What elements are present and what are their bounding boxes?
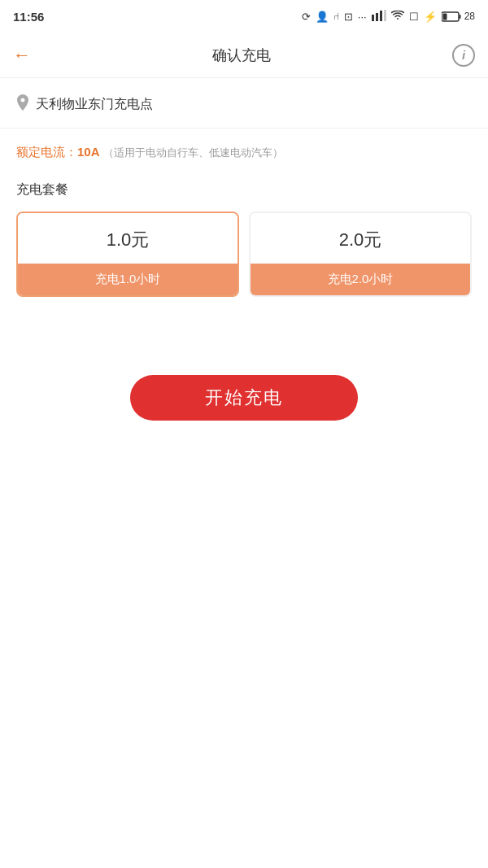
more-icon: ··· [358, 11, 367, 23]
current-info-section: 额定电流：10A（适用于电动自行车、低速电动汽车） [0, 129, 488, 168]
nav-bar: ← 确认充电 i [0, 33, 488, 78]
package-card-2[interactable]: 2.0元 充电2.0小时 [249, 212, 472, 297]
package-duration-1: 充电1.0小时 [18, 264, 237, 295]
start-btn-container: 开始充电 [0, 375, 488, 421]
page-title: 确认充电 [212, 46, 271, 65]
status-icons: ⟳ 👤 ⑁ ⊡ ··· ☐ ⚡ [302, 10, 475, 24]
person-icon: 👤 [316, 11, 329, 23]
package-title: 充电套餐 [16, 181, 472, 198]
screen-icon: ☐ [409, 11, 419, 23]
location-row: 天利物业东门充电点 [0, 78, 488, 129]
restaurant-icon: ⑁ [333, 11, 339, 22]
battery-icon: 28 [442, 11, 475, 22]
svg-rect-5 [459, 15, 460, 19]
package-price-2: 2.0元 [251, 213, 470, 264]
svg-rect-3 [384, 10, 386, 21]
package-card-1[interactable]: 1.0元 充电1.0小时 [16, 212, 239, 297]
info-button[interactable]: i [452, 44, 475, 67]
svg-rect-2 [380, 11, 382, 21]
location-icon [16, 94, 29, 115]
svg-rect-0 [372, 15, 374, 21]
flash-icon: ⚡ [424, 11, 437, 23]
status-bar: 11:56 ⟳ 👤 ⑁ ⊡ ··· ☐ [0, 0, 488, 33]
svg-rect-1 [376, 13, 378, 21]
package-section: 充电套餐 1.0元 充电1.0小时 2.0元 充电2.0小时 [0, 168, 488, 310]
back-button[interactable]: ← [13, 45, 31, 66]
start-charge-button[interactable]: 开始充电 [130, 375, 358, 421]
camera-icon: ⊡ [344, 11, 353, 23]
current-note: （适用于电动自行车、低速电动汽车） [103, 146, 283, 159]
location-name: 天利物业东门充电点 [36, 96, 153, 113]
package-price-1: 1.0元 [18, 213, 237, 264]
package-duration-2: 充电2.0小时 [251, 264, 470, 295]
svg-rect-6 [442, 13, 447, 20]
status-time: 11:56 [13, 10, 44, 24]
wifi-icon [391, 11, 404, 23]
sim-icon [372, 10, 386, 24]
current-value: 10A [77, 145, 100, 159]
loop-icon: ⟳ [302, 11, 311, 23]
current-label: 额定电流： [16, 145, 77, 159]
package-grid: 1.0元 充电1.0小时 2.0元 充电2.0小时 [16, 212, 472, 297]
